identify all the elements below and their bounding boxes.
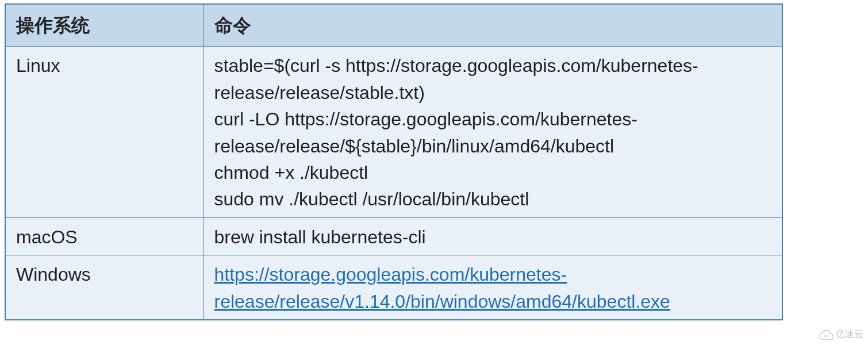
cmd-line: chmod +x ./kubectl xyxy=(214,159,772,186)
cmd-line: curl -LO https://storage.googleapis.com/… xyxy=(214,106,772,159)
kubectl-install-table: 操作系统 命令 Linux stable=$(curl -s https://s… xyxy=(5,3,783,320)
svg-point-1 xyxy=(827,335,829,337)
watermark: 亿速云 xyxy=(819,328,863,341)
os-cell-macos: macOS xyxy=(5,217,203,255)
svg-point-0 xyxy=(824,335,826,337)
table-row: Windows https://storage.googleapis.com/k… xyxy=(5,255,782,320)
cmd-cell-windows: https://storage.googleapis.com/kubernete… xyxy=(203,255,782,320)
cmd-cell-linux: stable=$(curl -s https://storage.googlea… xyxy=(203,47,782,217)
header-cmd: 命令 xyxy=(203,4,782,47)
table-header-row: 操作系统 命令 xyxy=(5,4,782,47)
cloud-icon xyxy=(819,330,834,340)
cmd-line: sudo mv ./kubectl /usr/local/bin/kubectl xyxy=(214,186,772,212)
table-row: Linux stable=$(curl -s https://storage.g… xyxy=(5,47,782,217)
cmd-line: stable=$(curl -s https://storage.googlea… xyxy=(214,52,772,106)
os-cell-linux: Linux xyxy=(5,47,203,217)
kubectl-download-link[interactable]: https://storage.googleapis.com/kubernete… xyxy=(214,264,670,311)
cmd-cell-macos: brew install kubernetes-cli xyxy=(203,217,782,255)
cmd-line: brew install kubernetes-cli xyxy=(214,224,772,250)
os-cell-windows: Windows xyxy=(5,255,203,320)
table-row: macOS brew install kubernetes-cli xyxy=(5,217,782,255)
watermark-text: 亿速云 xyxy=(836,328,863,341)
header-os: 操作系统 xyxy=(5,4,203,47)
